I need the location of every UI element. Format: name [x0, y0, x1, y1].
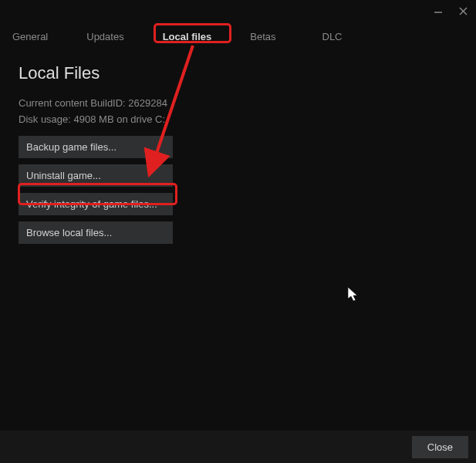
section-title: Local Files [19, 63, 457, 83]
backup-button[interactable]: Backup game files... [19, 136, 173, 158]
window-titlebar [0, 0, 476, 22]
action-buttons: Backup game files... Uninstall game... V… [19, 136, 173, 244]
svg-marker-5 [348, 287, 357, 301]
minimize-button[interactable] [431, 4, 445, 18]
disk-usage-text: Disk usage: 4908 MB on drive C: [19, 113, 457, 125]
content-area: Local Files Current content BuildID: 262… [0, 45, 476, 244]
footer-bar: Close [0, 431, 476, 463]
tab-local-files[interactable]: Local files [163, 29, 212, 44]
close-button[interactable]: Close [412, 436, 468, 458]
tab-betas[interactable]: Betas [250, 29, 275, 44]
close-window-button[interactable] [456, 4, 470, 18]
tab-dlc[interactable]: DLC [322, 29, 343, 44]
uninstall-button[interactable]: Uninstall game... [19, 164, 173, 187]
cursor-icon [348, 287, 360, 302]
build-id-text: Current content BuildID: 2629284 [19, 97, 457, 109]
tabs-bar: General Updates Local files Betas DLC [0, 22, 476, 45]
tab-updates[interactable]: Updates [86, 29, 123, 44]
tab-general[interactable]: General [12, 29, 48, 44]
browse-button[interactable]: Browse local files... [19, 221, 173, 244]
verify-integrity-button[interactable]: Verify integrity of game files... [19, 193, 173, 215]
